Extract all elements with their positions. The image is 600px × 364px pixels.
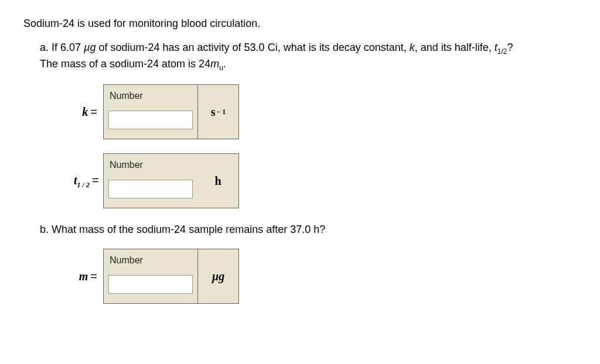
part-b: b. What mass of the sodium-24 sample rem… — [23, 222, 577, 304]
m-number-label: Number — [108, 253, 193, 270]
t12-unit: h — [197, 154, 238, 208]
k-var: k — [82, 105, 88, 118]
m-eq: = — [88, 270, 100, 283]
k-eq: = — [88, 105, 100, 118]
k-label: k= — [74, 104, 103, 120]
k-unit-base: s — [211, 104, 216, 120]
t12-label: t1 / 2= — [74, 172, 103, 190]
part-a-line2-prefix: The mass of a sodium-24 atom is 24 — [40, 58, 210, 70]
part-b-question: b. What mass of the sodium-24 sample rem… — [40, 222, 577, 237]
intro-text: Sodium-24 is used for monitoring blood c… — [23, 16, 577, 31]
t12-input-wrap — [108, 175, 193, 203]
part-a-question: a. If 6.07 µg of sodium-24 has an activi… — [40, 40, 577, 73]
m-box-group: Number µg — [103, 249, 239, 304]
part-a-line1-mid: of sodium-24 has an activity of 53.0 Ci,… — [96, 42, 409, 53]
t12-sub: 1 / 2 — [77, 181, 90, 189]
k-input-wrap — [108, 106, 193, 134]
m-input[interactable] — [108, 275, 193, 294]
k-number-col: Number — [104, 85, 197, 139]
k-number-label: Number — [108, 88, 193, 106]
part-a-line2-end: . — [223, 58, 226, 70]
m-var: m — [79, 270, 88, 283]
k-box-group: Number s− 1 — [103, 84, 239, 139]
part-a-microgram: µg — [84, 42, 96, 53]
t12-unit-text: h — [214, 173, 221, 189]
m-label: m= — [74, 268, 103, 284]
t12-number-label: Number — [108, 157, 193, 175]
m-unit-text: µg — [212, 268, 225, 284]
t12-eq: = — [90, 174, 101, 187]
t12-box-group: Number h — [103, 153, 239, 208]
answer-row-t12: t1 / 2= Number h — [40, 153, 577, 208]
part-a-line1-end: ? — [507, 42, 513, 53]
part-a-line1-mid2: , and its half-life, — [415, 42, 495, 53]
part-a-line1-prefix: If 6.07 — [52, 42, 84, 53]
part-a-label: a. — [40, 42, 49, 53]
part-b-text: What mass of the sodium-24 sample remain… — [52, 224, 325, 235]
part-b-label: b. — [40, 224, 49, 235]
k-unit-exp: − 1 — [216, 107, 226, 117]
answer-row-k: k= Number s− 1 — [40, 84, 577, 139]
t12-number-col: Number — [104, 154, 197, 208]
m-input-wrap — [108, 271, 193, 299]
m-unit: µg — [197, 249, 238, 303]
mu-u: u — [219, 63, 223, 71]
k-input[interactable] — [108, 111, 193, 129]
answer-row-m: m= Number µg — [40, 249, 577, 304]
part-a: a. If 6.07 µg of sodium-24 has an activi… — [23, 40, 577, 208]
k-unit: s− 1 — [197, 85, 238, 139]
t12-input[interactable] — [108, 180, 193, 198]
mu-m: m — [210, 58, 219, 70]
m-number-col: Number — [104, 249, 197, 303]
var-k: k — [410, 42, 415, 53]
var-t-sub: 1/2 — [497, 47, 507, 56]
